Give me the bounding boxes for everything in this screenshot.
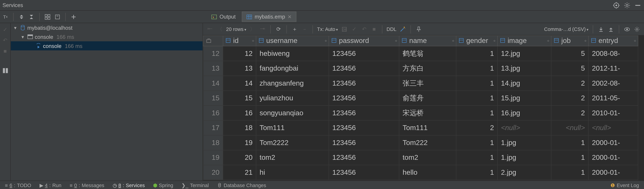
cell-password[interactable]: 123456 bbox=[329, 91, 399, 106]
cell-password[interactable]: 123456 bbox=[329, 120, 399, 135]
cell-job[interactable]: 2 bbox=[551, 106, 588, 120]
column-header-image[interactable]: image÷ bbox=[498, 36, 551, 46]
cell-entryd[interactable]: <null> bbox=[588, 120, 638, 135]
cell-image[interactable]: 13.jpg bbox=[498, 61, 551, 76]
row-number[interactable]: 20 bbox=[203, 165, 223, 180]
row-number[interactable]: 15 bbox=[203, 91, 223, 106]
cell-gender[interactable]: 1 bbox=[456, 135, 498, 150]
target-icon[interactable] bbox=[612, 1, 620, 9]
bottom-tab-terminal[interactable]: ❯_Terminal bbox=[180, 182, 210, 188]
gear-icon[interactable] bbox=[623, 1, 631, 9]
tab-mybatis-emp[interactable]: mybatis.emp ✕ bbox=[242, 11, 296, 22]
cell-name[interactable]: 鹤笔翁 bbox=[399, 46, 456, 61]
cell-name[interactable]: Tom111 bbox=[399, 120, 456, 135]
cell-image[interactable]: 15.jpg bbox=[498, 91, 551, 106]
cell-name[interactable]: tom2 bbox=[399, 150, 456, 165]
cell-id[interactable]: 20 bbox=[223, 150, 256, 165]
cell-job[interactable]: 2 bbox=[551, 76, 588, 91]
cell-gender[interactable]: 2 bbox=[456, 120, 498, 135]
cell-id[interactable]: 14 bbox=[223, 76, 256, 91]
cell-job[interactable]: <null> bbox=[551, 120, 588, 135]
bottom-tab-eventlog[interactable]: ❶Event Log bbox=[609, 182, 641, 188]
rows-selector[interactable]: 20 rows▾ bbox=[226, 26, 246, 32]
cell-gender[interactable]: 1 bbox=[456, 61, 498, 76]
filter-icon[interactable] bbox=[54, 13, 61, 20]
row-number[interactable]: 12 bbox=[203, 46, 223, 61]
cell-entryd[interactable]: 2002-08- bbox=[588, 76, 638, 91]
table-row[interactable]: 1718Tom111123456Tom1112<null><null><null… bbox=[203, 120, 638, 135]
bottom-tab-spring[interactable]: ⬢Spring bbox=[152, 182, 175, 188]
cell-name[interactable]: 方东白 bbox=[399, 61, 456, 76]
tree-console-item[interactable]: console 166 ms bbox=[11, 41, 202, 50]
cell-username[interactable]: yulianzhou bbox=[256, 91, 329, 106]
cell-image[interactable]: 16.jpg bbox=[498, 106, 551, 120]
cell-username[interactable]: Tom2222 bbox=[256, 135, 329, 150]
row-number[interactable]: 17 bbox=[203, 120, 223, 135]
bottom-tab-todo[interactable]: ≡6: TODO bbox=[3, 182, 33, 188]
cell-image[interactable]: 14.jpg bbox=[498, 76, 551, 91]
cell-job[interactable]: 1 bbox=[551, 135, 588, 150]
cell-job[interactable]: 2 bbox=[551, 91, 588, 106]
cell-username[interactable]: zhangsanfeng bbox=[256, 76, 329, 91]
cell-username[interactable]: songyuanqiao bbox=[256, 106, 329, 120]
collapse-all-icon[interactable] bbox=[28, 13, 35, 20]
cell-id[interactable]: 16 bbox=[223, 106, 256, 120]
row-number[interactable]: 13 bbox=[203, 61, 223, 76]
group-icon[interactable] bbox=[44, 13, 51, 20]
upload-icon[interactable] bbox=[607, 25, 614, 33]
cell-name[interactable]: 张三丰 bbox=[399, 76, 456, 91]
column-header-job[interactable]: job÷ bbox=[551, 36, 588, 46]
pin-icon[interactable] bbox=[415, 25, 422, 33]
cell-gender[interactable]: 1 bbox=[456, 165, 498, 180]
row-number[interactable]: 16 bbox=[203, 106, 223, 120]
cell-password[interactable]: 123456 bbox=[329, 46, 399, 61]
cell-name[interactable]: 宋远桥 bbox=[399, 106, 456, 120]
cell-username[interactable]: tom2 bbox=[256, 150, 329, 165]
reload-icon[interactable]: ⟳ bbox=[275, 25, 282, 33]
cell-entryd[interactable]: 2012-11- bbox=[588, 61, 638, 76]
cell-entryd[interactable]: 2010-01- bbox=[588, 106, 638, 120]
row-number[interactable]: 19 bbox=[203, 150, 223, 165]
cell-image[interactable]: 12.jpg bbox=[498, 46, 551, 61]
cell-password[interactable]: 123456 bbox=[329, 106, 399, 120]
cell-job[interactable]: 1 bbox=[551, 165, 588, 180]
cell-password[interactable]: 123456 bbox=[329, 165, 399, 180]
table-row[interactable]: 2021hi123456hello12.jpg12000-01- bbox=[203, 165, 638, 180]
cell-gender[interactable]: 1 bbox=[456, 106, 498, 120]
table-row[interactable]: 1819Tom2222123456Tom22211.jpg12000-01- bbox=[203, 135, 638, 150]
cell-image[interactable]: 2.jpg bbox=[498, 165, 551, 180]
download-icon[interactable] bbox=[597, 25, 604, 33]
cell-entryd[interactable]: 2000-01- bbox=[588, 150, 638, 165]
cell-password[interactable]: 123456 bbox=[329, 76, 399, 91]
tab-output[interactable]: Output bbox=[207, 11, 240, 22]
cell-name[interactable]: Tom222 bbox=[399, 135, 456, 150]
bottom-tab-dbchanges[interactable]: 🛢Database Changes bbox=[216, 182, 268, 188]
cell-id[interactable]: 12 bbox=[223, 46, 256, 61]
cell-job[interactable]: 5 bbox=[551, 46, 588, 61]
cell-username[interactable]: hebiweng bbox=[256, 46, 329, 61]
table-row[interactable]: 1212hebiweng123456鹤笔翁112.jpg52008-08- bbox=[203, 46, 638, 61]
cell-entryd[interactable]: 2011-05- bbox=[588, 91, 638, 106]
tx-icon[interactable]: Tx bbox=[2, 13, 9, 20]
column-header-name[interactable]: name÷ bbox=[399, 36, 456, 46]
close-icon[interactable]: ✕ bbox=[288, 14, 292, 20]
cell-id[interactable]: 13 bbox=[223, 61, 256, 76]
row-number[interactable]: 14 bbox=[203, 76, 223, 91]
cell-image[interactable]: <null> bbox=[498, 120, 551, 135]
cell-username[interactable]: Tom111 bbox=[256, 120, 329, 135]
table-row[interactable]: 1414zhangsanfeng123456张三丰114.jpg22002-08… bbox=[203, 76, 638, 91]
cell-job[interactable]: 1 bbox=[551, 150, 588, 165]
cell-entryd[interactable]: 2000-01- bbox=[588, 135, 638, 150]
rownum-header[interactable] bbox=[203, 36, 223, 46]
cell-gender[interactable]: 1 bbox=[456, 91, 498, 106]
cell-password[interactable]: 123456 bbox=[329, 61, 399, 76]
cell-entryd[interactable]: 2000-01- bbox=[588, 165, 638, 180]
cell-entryd[interactable]: 2008-08- bbox=[588, 46, 638, 61]
cell-password[interactable]: 123456 bbox=[329, 150, 399, 165]
cell-password[interactable]: 123456 bbox=[329, 135, 399, 150]
bottom-tab-services[interactable]: ◷8: Services bbox=[111, 182, 146, 188]
ddl-button[interactable]: DDL bbox=[386, 26, 396, 32]
table-row[interactable]: 1616songyuanqiao123456宋远桥116.jpg22010-01… bbox=[203, 106, 638, 120]
bottom-tab-run[interactable]: ▶4: Run bbox=[38, 182, 63, 188]
tree-console-group[interactable]: ▼ console 166 ms bbox=[11, 32, 202, 41]
